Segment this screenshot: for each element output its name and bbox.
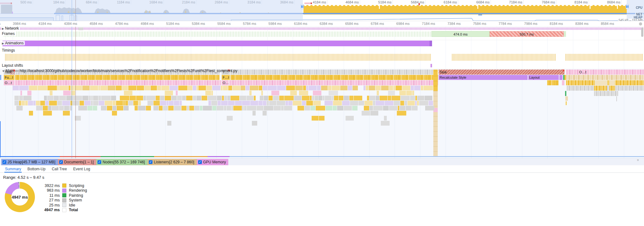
flame-mosaic-segment: [125, 101, 128, 105]
flame-event-function-call[interactable]: Fu…l: [4, 75, 14, 80]
track-layout-shifts[interactable]: Layout shifts: [0, 63, 644, 69]
flame-mosaic-segment: [415, 96, 417, 100]
flame-event-function-call[interactable]: F…l: [222, 75, 230, 80]
legend-swatch: [62, 208, 66, 212]
flame-mosaic-segment: [203, 106, 212, 110]
flame-event-other[interactable]: O…t: [4, 80, 14, 85]
flame-tan-segments[interactable]: [566, 75, 644, 80]
flame-event-layout[interactable]: Layout: [528, 75, 559, 80]
checkbox-checked-icon[interactable]: ✓: [59, 160, 63, 164]
flame-mosaic-segment: [417, 101, 419, 105]
track-label-layout-shifts[interactable]: Layout shifts: [1, 63, 24, 68]
vertical-scrollbar-thumb[interactable]: [641, 27, 643, 37]
memory-counter-gpu-memory[interactable]: ✓GPU Memory: [197, 159, 229, 165]
scrollbar-dot[interactable]: [639, 22, 642, 25]
flame-event-other[interactable]: O…: [222, 80, 229, 85]
memory-counter-nodes[interactable]: ✓Nodes[55 372 – 169 746]: [96, 159, 147, 165]
flame-function-segments[interactable]: [15, 75, 219, 80]
legend-label: Rendering: [69, 188, 87, 193]
flame-mosaic-segment: [303, 86, 306, 90]
scrollbar-corner-icon[interactable]: ≡: [637, 160, 641, 164]
flame-mosaic-segment: [419, 101, 428, 105]
load-marker-line: [75, 27, 76, 158]
checkbox-checked-icon[interactable]: ✓: [198, 160, 202, 164]
flame-script-group[interactable]: [547, 80, 558, 85]
chevron-down-icon[interactable]: ▼: [2, 70, 5, 73]
flame-deep-stack-tan[interactable]: [433, 91, 438, 156]
frame-dropped-bar[interactable]: 550.7 ms: [490, 31, 564, 37]
track-animations[interactable]: ▶Animations: [0, 40, 644, 48]
legend-swatch: [62, 198, 66, 202]
flame-beige-patch: [609, 80, 615, 85]
flame-mosaic-segment: [47, 96, 53, 100]
flame-mosaic-segment: [135, 106, 138, 110]
flame-mosaic-segment: [130, 96, 136, 100]
flame-mosaic-segment: [260, 96, 264, 100]
flame-other-segments[interactable]: [229, 80, 438, 85]
frame-good-sliver[interactable]: [564, 31, 566, 37]
track-label-animations[interactable]: ▶Animations: [1, 41, 25, 45]
flame-mosaic-segment: [284, 96, 294, 100]
flame-function-segments[interactable]: [230, 75, 438, 80]
flame-mosaic-segment: [113, 101, 116, 105]
flame-event-paint[interactable]: [565, 91, 566, 96]
flame-mosaic-segment: [315, 96, 318, 100]
tab-summary[interactable]: Summary: [2, 166, 24, 172]
checkbox-checked-icon[interactable]: ✓: [3, 160, 6, 164]
legend-label: Total: [69, 208, 78, 212]
flame-mosaic-segment: [84, 101, 91, 105]
selection-left-handle[interactable]: [301, 4, 304, 9]
flame-mosaic-segment: [212, 86, 220, 90]
track-label-main[interactable]: ▼Main — http://localhost:3000/github/cod…: [1, 69, 239, 73]
flame-mosaic-segment: [384, 116, 387, 121]
track-timings[interactable]: Timings: [0, 48, 644, 63]
flame-mosaic-segment: [340, 86, 347, 90]
network-request-chip[interactable]: [78, 27, 83, 30]
flame-mosaic-segment: [288, 101, 292, 105]
memory-counter-js-heap[interactable]: ✓JS Heap[45.7 MB – 127 MB]: [1, 159, 58, 165]
track-label-network[interactable]: ▶Network: [1, 27, 20, 31]
track-network[interactable]: ▶Network: [0, 27, 644, 31]
flame-mosaic-segment: [295, 86, 303, 90]
track-label-frames[interactable]: Frames: [1, 31, 16, 36]
flame-mosaic-segment: [16, 106, 23, 110]
memory-counter-documents[interactable]: ✓Documents[1 – 1]: [58, 159, 96, 165]
timeline-overview[interactable]: 500 ms184 ms684 ms1184 ms1684 ms2184 ms2…: [0, 0, 644, 21]
flame-mosaic-segment: [206, 86, 212, 90]
flame-mosaic-segment: [346, 116, 354, 121]
legend-row: 11 msPainting: [40, 193, 87, 198]
flame-system-patch[interactable]: [594, 91, 618, 96]
memory-counter-listeners[interactable]: ✓Listeners[2 629 – 7 860]: [147, 159, 197, 165]
flame-mosaic-segment: [59, 86, 68, 90]
tab-call-tree[interactable]: Call Tree: [49, 166, 70, 172]
selection-right-handle[interactable]: [626, 4, 629, 9]
flame-mosaic-segment: [369, 96, 375, 100]
flame-mosaic-segment: [128, 86, 136, 90]
flame-mosaic-segment: [269, 96, 273, 100]
track-frames[interactable]: 474.0 ms 550.7 ms Frames: [0, 31, 644, 40]
track-label-timings[interactable]: Timings: [1, 48, 16, 53]
chevron-right-icon[interactable]: ▶: [2, 42, 4, 45]
counter-line-segment: [230, 156, 644, 157]
memory-counter-label: Documents[1 – 1]: [64, 160, 94, 164]
flame-pink-sliver[interactable]: [562, 80, 564, 85]
layout-shift-marker[interactable]: [430, 64, 432, 67]
flame-mosaic-segment: [375, 86, 381, 90]
tab-bottom-up[interactable]: Bottom-Up: [24, 166, 48, 172]
checkbox-checked-icon[interactable]: ✓: [97, 160, 101, 164]
flame-other-segments[interactable]: [15, 80, 221, 85]
checkbox-checked-icon[interactable]: ✓: [149, 160, 153, 164]
frame-good-bar[interactable]: 474.0 ms: [431, 31, 490, 37]
track-main-header[interactable]: ▼Main — http://localhost:3000/github/cod…: [0, 69, 644, 74]
animations-bar[interactable]: [3, 41, 430, 46]
ruler-label: 6984 ms: [386, 22, 410, 25]
flame-mosaic-segment: [362, 111, 370, 116]
chevron-right-icon[interactable]: ▶: [2, 27, 4, 30]
tab-event-log[interactable]: Event Log: [70, 166, 93, 172]
ruler-label: 5984 ms: [258, 22, 282, 25]
flame-mosaic-segment: [146, 106, 151, 110]
flame-event-recalculate-style[interactable]: Recalculate Style: [439, 75, 528, 80]
flame-mosaic-segment: [52, 106, 59, 110]
flame-mosaic-segment: [247, 96, 253, 100]
flame-event-purple-small[interactable]: [559, 75, 563, 80]
